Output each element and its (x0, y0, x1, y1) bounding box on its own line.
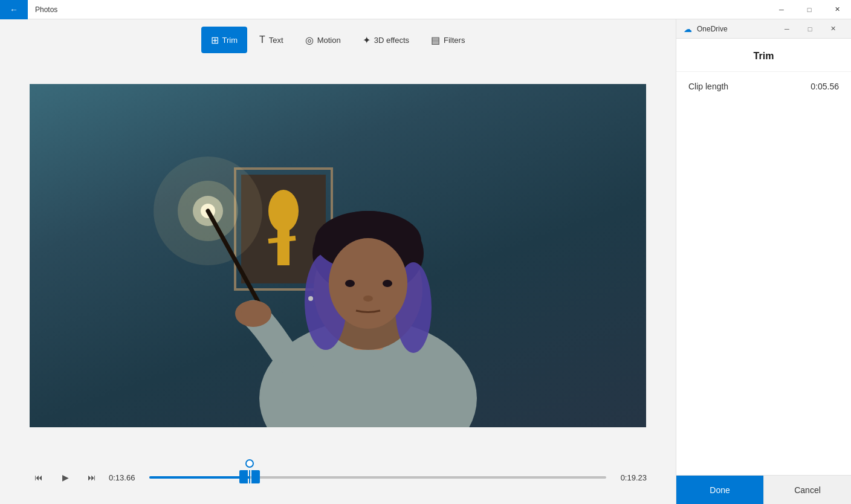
panel-title: Trim (676, 39, 851, 72)
playhead-circle (245, 459, 254, 468)
timeline[interactable] (149, 463, 606, 492)
trim-tab[interactable]: ⊞ Trim (201, 27, 248, 53)
svg-point-19 (383, 280, 392, 287)
time-end: 0:19.23 (613, 473, 647, 482)
play-button[interactable]: ▶ (56, 468, 75, 487)
back-button[interactable]: ← (0, 0, 28, 19)
svg-rect-3 (277, 229, 290, 265)
onedrive-minimize-button[interactable]: ─ (776, 21, 798, 37)
clip-length-label: Clip length (688, 82, 728, 91)
clip-length-row: Clip length 0:05.56 (676, 72, 851, 101)
text-icon: T (259, 34, 265, 45)
text-tab[interactable]: T Text (250, 27, 293, 53)
onedrive-icon: ☁ (684, 24, 692, 34)
timeline-progress (149, 476, 250, 479)
done-button[interactable]: Done (676, 476, 763, 504)
window-controls: ─ □ ✕ (768, 0, 851, 19)
svg-point-21 (308, 296, 313, 301)
effects-icon: ✦ (363, 34, 370, 46)
onedrive-header: ☁ OneDrive ─ □ ✕ (676, 19, 851, 39)
svg-point-2 (268, 190, 299, 232)
play-icon: ▶ (62, 473, 69, 482)
filters-tab[interactable]: ▤ Filters (421, 27, 474, 53)
video-frame (30, 84, 646, 427)
effects-tab[interactable]: ✦ 3D effects (353, 27, 419, 53)
motion-icon: ◎ (305, 34, 314, 46)
playhead[interactable] (239, 459, 260, 483)
onedrive-title: OneDrive (697, 25, 771, 33)
svg-rect-23 (241, 306, 265, 315)
svg-line-4 (268, 238, 296, 241)
playhead-stem (249, 470, 250, 483)
forward-icon: ⏭ (88, 473, 96, 482)
onedrive-maximize-button[interactable]: □ (799, 21, 821, 37)
clip-length-value: 0:05.56 (811, 82, 839, 91)
filters-icon: ▤ (431, 34, 440, 46)
video-scene (30, 84, 646, 427)
titlebar: ← Photos ─ □ ✕ (0, 0, 851, 19)
toolbar: ⊞ Trim T Text ◎ Motion ✦ 3D effects ▤ Fi… (0, 19, 676, 60)
close-button[interactable]: ✕ (823, 0, 851, 19)
trim-icon: ⊞ (211, 34, 219, 46)
motion-tab[interactable]: ◎ Motion (296, 27, 351, 53)
panel-buttons: Done Cancel (676, 475, 851, 504)
editor-area: ⊞ Trim T Text ◎ Motion ✦ 3D effects ▤ Fi… (0, 19, 676, 504)
effects-label: 3D effects (374, 36, 409, 45)
text-label: Text (269, 36, 283, 45)
rewind-icon: ⏮ (34, 473, 43, 482)
filters-label: Filters (444, 36, 465, 45)
onedrive-close-button[interactable]: ✕ (822, 21, 844, 37)
svg-point-17 (329, 238, 407, 329)
svg-point-20 (363, 296, 373, 302)
motion-label: Motion (317, 36, 341, 45)
controls-bar: ⏮ ▶ ⏭ 0:13.66 (0, 451, 676, 504)
trim-bracket-right[interactable] (251, 470, 260, 483)
panel-spacer (676, 101, 851, 475)
trim-label: Trim (222, 36, 238, 45)
minimize-button[interactable]: ─ (768, 0, 795, 19)
svg-point-18 (345, 280, 355, 287)
timeline-track (149, 476, 606, 479)
right-panel: ☁ OneDrive ─ □ ✕ Trim Clip length 0:05.5… (676, 19, 851, 504)
trim-bracket-left[interactable] (239, 470, 248, 483)
maximize-button[interactable]: □ (795, 0, 823, 19)
back-icon: ← (10, 5, 18, 15)
time-current: 0:13.66 (109, 473, 142, 482)
cancel-button[interactable]: Cancel (763, 476, 851, 504)
video-container (0, 60, 676, 451)
rewind-button[interactable]: ⏮ (29, 468, 48, 487)
app-title: Photos (28, 5, 57, 14)
forward-button[interactable]: ⏭ (82, 468, 102, 487)
main-area: ⊞ Trim T Text ◎ Motion ✦ 3D effects ▤ Fi… (0, 19, 851, 504)
onedrive-window-controls: ─ □ ✕ (776, 21, 844, 37)
